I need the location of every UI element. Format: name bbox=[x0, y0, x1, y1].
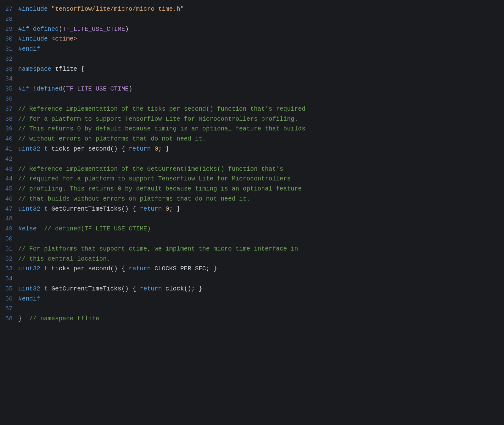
token: // Reference implementation of the GetCu… bbox=[18, 166, 283, 173]
code-line[interactable]: 56#endif bbox=[0, 294, 504, 304]
token: defined bbox=[33, 26, 59, 33]
code-content[interactable] bbox=[18, 214, 504, 224]
token bbox=[151, 265, 154, 272]
code-content[interactable] bbox=[18, 304, 504, 314]
code-content[interactable] bbox=[18, 54, 504, 64]
code-content[interactable] bbox=[18, 154, 504, 164]
token bbox=[48, 6, 52, 13]
token: // required for a platform to support Te… bbox=[18, 175, 291, 182]
code-content[interactable]: // Reference implementation of the GetCu… bbox=[18, 164, 504, 174]
code-content[interactable] bbox=[18, 14, 504, 25]
code-line[interactable]: 31#endif bbox=[0, 44, 504, 54]
code-content[interactable]: // without errors on platforms that do n… bbox=[18, 134, 504, 144]
code-content[interactable]: // This returns 0 by default because tim… bbox=[18, 124, 504, 134]
code-line[interactable]: 34 bbox=[0, 74, 504, 84]
token bbox=[48, 146, 52, 152]
line-number: 34 bbox=[0, 74, 18, 84]
code-line[interactable]: 35#if !defined(TF_LITE_USE_CTIME) bbox=[0, 84, 504, 94]
code-content[interactable]: // Reference implementation of the ticks… bbox=[18, 104, 504, 114]
token: // defined(TF_LITE_USE_CTIME) bbox=[44, 225, 151, 232]
code-content[interactable]: // this central location. bbox=[18, 254, 504, 264]
token: // that builds without errors on platfor… bbox=[18, 196, 250, 202]
code-line[interactable]: 33namespace tflite { bbox=[0, 64, 504, 75]
code-content[interactable]: #else // defined(TF_LITE_USE_CTIME) bbox=[18, 224, 504, 234]
code-line[interactable]: 44// required for a platform to support … bbox=[0, 174, 504, 184]
code-content[interactable]: #endif bbox=[18, 294, 504, 304]
token bbox=[151, 146, 154, 152]
line-number: 31 bbox=[0, 44, 18, 54]
code-content[interactable]: // For platforms that support ctime, we … bbox=[18, 244, 504, 254]
line-number: 47 bbox=[0, 204, 18, 214]
code-content[interactable] bbox=[18, 274, 504, 284]
code-content[interactable]: // that builds without errors on platfor… bbox=[18, 194, 504, 204]
code-content[interactable]: #include "tensorflow/lite/micro/micro_ti… bbox=[18, 4, 504, 14]
code-line[interactable]: 40// without errors on platforms that do… bbox=[0, 134, 504, 144]
code-line[interactable]: 39// This returns 0 by default because t… bbox=[0, 124, 504, 134]
code-content[interactable] bbox=[18, 94, 504, 104]
code-line[interactable]: 48 bbox=[0, 214, 504, 224]
code-line[interactable]: 52// this central location. bbox=[0, 254, 504, 264]
token: ! bbox=[29, 86, 36, 92]
line-number: 46 bbox=[0, 194, 18, 204]
code-line[interactable]: 38// for a platform to support Tensorflo… bbox=[0, 114, 504, 124]
code-content[interactable]: } // namespace tflite bbox=[18, 314, 504, 324]
code-content[interactable]: #endif bbox=[18, 44, 504, 54]
token: uint32_t bbox=[18, 206, 48, 213]
code-viewer[interactable]: 27#include "tensorflow/lite/micro/micro_… bbox=[0, 4, 504, 324]
code-line[interactable]: 29#if defined(TF_LITE_USE_CTIME) bbox=[0, 25, 504, 35]
code-line[interactable]: 50 bbox=[0, 234, 504, 244]
code-line[interactable]: 27#include "tensorflow/lite/micro/micro_… bbox=[0, 4, 504, 14]
code-content[interactable] bbox=[18, 234, 504, 244]
line-number: 35 bbox=[0, 84, 18, 94]
token: ) bbox=[125, 26, 129, 33]
token bbox=[48, 285, 52, 292]
token: { bbox=[77, 66, 84, 73]
token: ; } bbox=[169, 206, 180, 213]
code-content[interactable]: // for a platform to support Tensorflow … bbox=[18, 114, 504, 124]
code-content[interactable]: #if defined(TF_LITE_USE_CTIME) bbox=[18, 25, 504, 35]
token: TF_LITE_USE_CTIME bbox=[66, 86, 129, 92]
line-number: 41 bbox=[0, 144, 18, 154]
code-line[interactable]: 58} // namespace tflite bbox=[0, 314, 504, 324]
line-number: 50 bbox=[0, 234, 18, 244]
code-content[interactable]: #include <ctime> bbox=[18, 34, 504, 44]
code-line[interactable]: 32 bbox=[0, 54, 504, 64]
code-line[interactable]: 55uint32_t GetCurrentTimeTicks() { retur… bbox=[0, 284, 504, 294]
code-content[interactable]: namespace tflite { bbox=[18, 64, 504, 75]
code-line[interactable]: 37// Reference implementation of the tic… bbox=[0, 104, 504, 114]
token: () { bbox=[110, 146, 129, 152]
code-line[interactable]: 57 bbox=[0, 304, 504, 314]
code-line[interactable]: 51// For platforms that support ctime, w… bbox=[0, 244, 504, 254]
code-content[interactable]: uint32_t ticks_per_second() { return CLO… bbox=[18, 264, 504, 274]
line-number: 38 bbox=[0, 114, 18, 124]
code-content[interactable]: uint32_t ticks_per_second() { return 0; … bbox=[18, 144, 504, 154]
code-line[interactable]: 45// profiling. This returns 0 by defaul… bbox=[0, 184, 504, 194]
code-content[interactable]: // required for a platform to support Te… bbox=[18, 174, 504, 184]
code-content[interactable]: uint32_t GetCurrentTimeTicks() { return … bbox=[18, 204, 504, 214]
token bbox=[48, 265, 52, 272]
code-line[interactable]: 54 bbox=[0, 274, 504, 284]
token: namespace bbox=[18, 66, 51, 73]
token: #endif bbox=[18, 295, 40, 302]
code-line[interactable]: 42 bbox=[0, 154, 504, 164]
code-line[interactable]: 36 bbox=[0, 94, 504, 104]
code-line[interactable]: 30#include <ctime> bbox=[0, 34, 504, 44]
code-line[interactable]: 46// that builds without errors on platf… bbox=[0, 194, 504, 204]
code-line[interactable]: 53uint32_t ticks_per_second() { return C… bbox=[0, 264, 504, 274]
token: ticks_per_second bbox=[51, 146, 110, 152]
code-line[interactable]: 47uint32_t GetCurrentTimeTicks() { retur… bbox=[0, 204, 504, 214]
token bbox=[48, 36, 52, 42]
code-line[interactable]: 43// Reference implementation of the Get… bbox=[0, 164, 504, 174]
code-line[interactable]: 41uint32_t ticks_per_second() { return 0… bbox=[0, 144, 504, 154]
token: uint32_t bbox=[18, 146, 48, 152]
token: uint32_t bbox=[18, 265, 48, 272]
code-line[interactable]: 49#else // defined(TF_LITE_USE_CTIME) bbox=[0, 224, 504, 234]
code-content[interactable] bbox=[18, 74, 504, 84]
token: CLOCKS_PER_SEC bbox=[154, 265, 206, 272]
code-content[interactable]: uint32_t GetCurrentTimeTicks() { return … bbox=[18, 284, 504, 294]
code-line[interactable]: 28 bbox=[0, 14, 504, 25]
code-content[interactable]: // profiling. This returns 0 by default … bbox=[18, 184, 504, 194]
line-number: 57 bbox=[0, 304, 18, 314]
code-content[interactable]: #if !defined(TF_LITE_USE_CTIME) bbox=[18, 84, 504, 94]
token bbox=[48, 206, 52, 213]
